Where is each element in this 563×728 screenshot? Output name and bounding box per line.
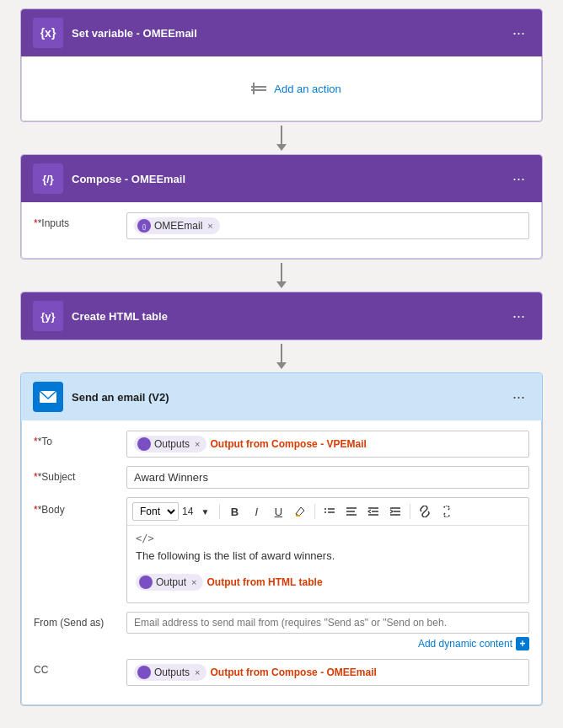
token-text: OMEEmail bbox=[154, 220, 202, 232]
font-select[interactable]: Font bbox=[132, 502, 179, 521]
subject-input[interactable] bbox=[126, 466, 529, 489]
body-label: **Body bbox=[34, 497, 126, 516]
to-token-remove[interactable]: × bbox=[195, 439, 200, 449]
html-table-title: Create HTML table bbox=[72, 310, 507, 323]
cc-label: CC bbox=[34, 659, 126, 676]
indent-less-button[interactable] bbox=[363, 501, 383, 522]
output-token-icon bbox=[139, 575, 153, 589]
to-token-icon bbox=[137, 437, 151, 451]
inputs-field[interactable]: {} OMEEmail × bbox=[126, 212, 529, 239]
editor-content[interactable]: </> The following is the list of award w… bbox=[127, 526, 528, 602]
font-size-down[interactable]: ▼ bbox=[195, 501, 215, 522]
send-email-menu-button[interactable]: ··· bbox=[507, 387, 530, 408]
compose-body: **Inputs {} OMEEmail × bbox=[21, 202, 542, 259]
cc-token-input[interactable]: Outputs × Output from Compose - OMEEmail bbox=[126, 659, 529, 686]
toolbar-sep-3 bbox=[410, 504, 410, 519]
compose-title: Compose - OMEEmail bbox=[72, 173, 507, 185]
svg-text:{}: {} bbox=[142, 223, 147, 230]
to-dynamic-text: Output from Compose - VPEMail bbox=[210, 438, 366, 450]
code-indicator: </> bbox=[136, 533, 520, 544]
inputs-token-input[interactable]: {} OMEEmail × bbox=[126, 212, 529, 239]
to-field[interactable]: Outputs × Output from Compose - VPEMail bbox=[126, 431, 529, 458]
from-row: From (Send as) Add dynamic content + bbox=[34, 612, 529, 650]
compose-card: {/} Compose - OMEEmail ··· **Inputs {} O… bbox=[20, 154, 543, 260]
set-variable-menu-button[interactable]: ··· bbox=[507, 23, 530, 44]
add-action-button[interactable]: Add an action bbox=[249, 78, 341, 99]
dynamic-content-row: Add dynamic content + bbox=[126, 637, 529, 650]
token-remove[interactable]: × bbox=[207, 221, 212, 231]
send-email-body: **To Outputs × Output from Compose - VPE… bbox=[21, 420, 542, 705]
arrow-3 bbox=[276, 340, 287, 372]
align-button[interactable] bbox=[341, 501, 362, 522]
unlink-button[interactable] bbox=[437, 501, 457, 522]
output-token-area: Output × Output from HTML table bbox=[136, 569, 520, 596]
subject-field[interactable] bbox=[126, 466, 529, 489]
bullet-list-button[interactable] bbox=[319, 501, 340, 522]
subject-label: **Subject bbox=[34, 466, 126, 483]
output-dynamic-text: Output from HTML table bbox=[206, 576, 322, 588]
from-input[interactable] bbox=[126, 612, 529, 634]
subject-row: **Subject bbox=[34, 466, 529, 489]
compose-header: {/} Compose - OMEEmail ··· bbox=[21, 155, 542, 202]
indent-more-button[interactable] bbox=[385, 501, 405, 522]
to-label: **To bbox=[34, 431, 126, 447]
svg-line-22 bbox=[423, 510, 426, 513]
set-variable-card: {x} Set variable - OMEEmail ··· Add an a… bbox=[20, 8, 543, 122]
inputs-label: **Inputs bbox=[34, 212, 126, 229]
toolbar-sep-2 bbox=[314, 504, 315, 519]
compose-menu-button[interactable]: ··· bbox=[507, 169, 530, 190]
add-action-label: Add an action bbox=[274, 83, 341, 95]
cc-dynamic-text: Output from Compose - OMEEmail bbox=[210, 666, 376, 678]
set-variable-body: Add an action bbox=[21, 56, 542, 121]
cc-token-icon bbox=[137, 666, 151, 679]
add-action-icon bbox=[249, 78, 269, 99]
token-icon: {} bbox=[137, 219, 151, 233]
from-label: From (Send as) bbox=[34, 612, 126, 629]
highlight-button[interactable] bbox=[290, 501, 310, 522]
italic-button[interactable]: I bbox=[246, 501, 266, 522]
cc-token-remove[interactable]: × bbox=[195, 667, 200, 677]
html-table-icon: {y} bbox=[33, 301, 63, 331]
output-token: Output × bbox=[136, 574, 203, 591]
toolbar-sep-1 bbox=[219, 504, 220, 519]
bold-button[interactable]: B bbox=[224, 501, 244, 522]
send-email-header: Send an email (V2) ··· bbox=[21, 373, 542, 420]
send-email-card: Send an email (V2) ··· **To Outputs bbox=[20, 372, 543, 706]
link-button[interactable] bbox=[415, 501, 435, 522]
to-token-input[interactable]: Outputs × Output from Compose - VPEMail bbox=[126, 431, 529, 458]
add-dynamic-content-button[interactable]: Add dynamic content + bbox=[418, 637, 529, 650]
set-variable-header: {x} Set variable - OMEEmail ··· bbox=[21, 9, 542, 56]
inputs-row: **Inputs {} OMEEmail × bbox=[34, 212, 529, 239]
to-outputs-token: Outputs × bbox=[134, 436, 206, 452]
svg-point-23 bbox=[142, 579, 149, 586]
output-token-remove[interactable]: × bbox=[191, 577, 196, 587]
cc-outputs-token: Outputs × bbox=[134, 664, 206, 681]
set-variable-title: Set variable - OMEEmail bbox=[72, 27, 507, 40]
omemail-token: {} OMEEmail × bbox=[134, 217, 220, 234]
body-text: The following is the list of award winne… bbox=[136, 549, 520, 562]
body-editor: Font 14 ▼ B I U bbox=[126, 497, 529, 603]
cc-field[interactable]: Outputs × Output from Compose - OMEEmail bbox=[126, 659, 529, 686]
underline-button[interactable]: U bbox=[268, 501, 288, 522]
body-field[interactable]: Font 14 ▼ B I U bbox=[126, 497, 529, 603]
cc-row: CC Outputs × Output from Compose - OMEEm… bbox=[34, 659, 529, 686]
svg-point-7 bbox=[141, 441, 147, 447]
send-email-icon bbox=[33, 382, 63, 412]
svg-point-11 bbox=[324, 511, 326, 513]
compose-icon: {/} bbox=[33, 163, 63, 194]
dynamic-plus-icon: + bbox=[516, 637, 529, 650]
editor-toolbar: Font 14 ▼ B I U bbox=[127, 498, 528, 526]
html-table-header: {y} Create HTML table ··· bbox=[21, 292, 542, 340]
html-table-menu-button[interactable]: ··· bbox=[507, 306, 530, 327]
body-row: **Body Font 14 ▼ B I U bbox=[34, 497, 529, 603]
from-field: Add dynamic content + bbox=[126, 612, 529, 650]
arrow-2 bbox=[276, 260, 287, 292]
add-action-area: Add an action bbox=[34, 67, 556, 110]
set-variable-icon: {x} bbox=[33, 18, 63, 48]
svg-point-9 bbox=[324, 508, 326, 510]
html-table-card: {y} Create HTML table ··· bbox=[20, 292, 543, 340]
dynamic-content-label: Add dynamic content bbox=[418, 638, 512, 650]
font-size-display: 14 bbox=[182, 506, 193, 517]
svg-point-24 bbox=[141, 669, 147, 676]
arrow-1 bbox=[276, 122, 287, 154]
